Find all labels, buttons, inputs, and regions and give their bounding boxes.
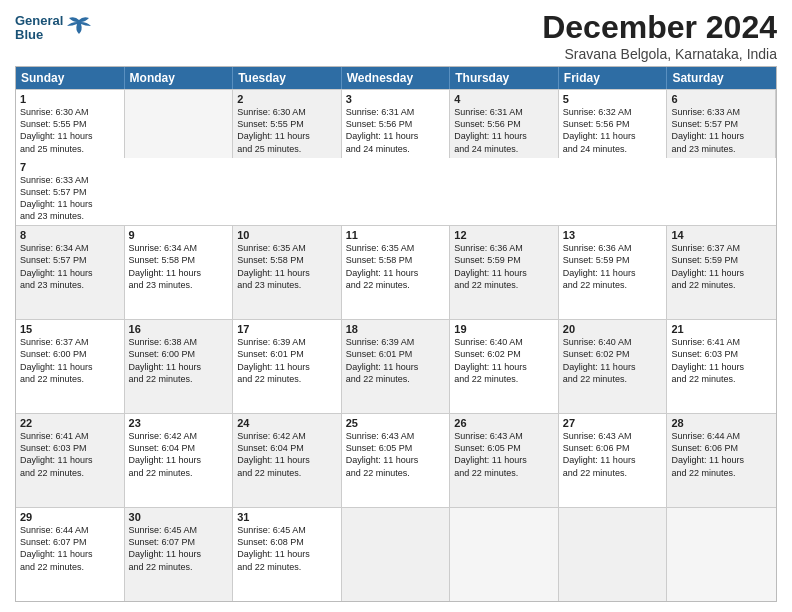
day-num-3: 3: [346, 93, 446, 105]
header-friday: Friday: [559, 67, 668, 89]
day-num-9: 9: [129, 229, 229, 241]
day-text-25: Sunrise: 6:43 AMSunset: 6:05 PMDaylight:…: [346, 431, 419, 477]
day-num-30: 30: [129, 511, 229, 523]
day-4: 4Sunrise: 6:31 AMSunset: 5:56 PMDaylight…: [450, 90, 559, 158]
day-25: 25Sunrise: 6:43 AMSunset: 6:05 PMDayligh…: [342, 414, 451, 507]
day-text-10: Sunrise: 6:35 AMSunset: 5:58 PMDaylight:…: [237, 243, 310, 289]
day-text-1: Sunrise: 6:30 AMSunset: 5:55 PMDaylight:…: [20, 107, 93, 153]
day-text-30: Sunrise: 6:45 AMSunset: 6:07 PMDaylight:…: [129, 525, 202, 571]
day-text-9: Sunrise: 6:34 AMSunset: 5:58 PMDaylight:…: [129, 243, 202, 289]
logo: General Blue: [15, 14, 93, 43]
day-num-6: 6: [671, 93, 771, 105]
day-num-24: 24: [237, 417, 337, 429]
day-num-1: 1: [20, 93, 120, 105]
week-2: 8Sunrise: 6:34 AMSunset: 5:57 PMDaylight…: [16, 225, 776, 319]
header: General Blue December 2024 Sravana Belgo…: [15, 10, 777, 62]
day-num-17: 17: [237, 323, 337, 335]
day-29: 29Sunrise: 6:44 AMSunset: 6:07 PMDayligh…: [16, 508, 125, 601]
day-text-21: Sunrise: 6:41 AMSunset: 6:03 PMDaylight:…: [671, 337, 744, 383]
day-num-10: 10: [237, 229, 337, 241]
day-text-8: Sunrise: 6:34 AMSunset: 5:57 PMDaylight:…: [20, 243, 93, 289]
day-2: 2Sunrise: 6:30 AMSunset: 5:55 PMDaylight…: [233, 90, 342, 158]
day-num-25: 25: [346, 417, 446, 429]
day-17: 17Sunrise: 6:39 AMSunset: 6:01 PMDayligh…: [233, 320, 342, 413]
day-text-11: Sunrise: 6:35 AMSunset: 5:58 PMDaylight:…: [346, 243, 419, 289]
empty-w4-6: [667, 508, 776, 601]
day-text-27: Sunrise: 6:43 AMSunset: 6:06 PMDaylight:…: [563, 431, 636, 477]
logo-bird-icon: [65, 16, 93, 40]
day-num-11: 11: [346, 229, 446, 241]
day-3: 3Sunrise: 6:31 AMSunset: 5:56 PMDaylight…: [342, 90, 451, 158]
day-text-31: Sunrise: 6:45 AMSunset: 6:08 PMDaylight:…: [237, 525, 310, 571]
logo-line2: Blue: [15, 28, 63, 42]
day-15: 15Sunrise: 6:37 AMSunset: 6:00 PMDayligh…: [16, 320, 125, 413]
day-5: 5Sunrise: 6:32 AMSunset: 5:56 PMDaylight…: [559, 90, 668, 158]
day-text-7: Sunrise: 6:33 AMSunset: 5:57 PMDaylight:…: [20, 175, 93, 221]
day-text-29: Sunrise: 6:44 AMSunset: 6:07 PMDaylight:…: [20, 525, 93, 571]
day-num-2: 2: [237, 93, 337, 105]
day-13: 13Sunrise: 6:36 AMSunset: 5:59 PMDayligh…: [559, 226, 668, 319]
day-26: 26Sunrise: 6:43 AMSunset: 6:05 PMDayligh…: [450, 414, 559, 507]
day-text-13: Sunrise: 6:36 AMSunset: 5:59 PMDaylight:…: [563, 243, 636, 289]
day-num-20: 20: [563, 323, 663, 335]
day-num-4: 4: [454, 93, 554, 105]
location: Sravana Belgola, Karnataka, India: [542, 46, 777, 62]
logo-line1: General: [15, 14, 63, 28]
day-21: 21Sunrise: 6:41 AMSunset: 6:03 PMDayligh…: [667, 320, 776, 413]
empty-w4-3: [342, 508, 451, 601]
header-monday: Monday: [125, 67, 234, 89]
day-text-17: Sunrise: 6:39 AMSunset: 6:01 PMDaylight:…: [237, 337, 310, 383]
day-num-7: 7: [20, 161, 121, 173]
day-num-16: 16: [129, 323, 229, 335]
week-1: 1Sunrise: 6:30 AMSunset: 5:55 PMDaylight…: [16, 89, 776, 225]
day-num-18: 18: [346, 323, 446, 335]
day-20: 20Sunrise: 6:40 AMSunset: 6:02 PMDayligh…: [559, 320, 668, 413]
day-num-27: 27: [563, 417, 663, 429]
day-text-15: Sunrise: 6:37 AMSunset: 6:00 PMDaylight:…: [20, 337, 93, 383]
day-text-22: Sunrise: 6:41 AMSunset: 6:03 PMDaylight:…: [20, 431, 93, 477]
day-text-16: Sunrise: 6:38 AMSunset: 6:00 PMDaylight:…: [129, 337, 202, 383]
day-num-31: 31: [237, 511, 337, 523]
day-num-22: 22: [20, 417, 120, 429]
week-5: 29Sunrise: 6:44 AMSunset: 6:07 PMDayligh…: [16, 507, 776, 601]
page: General Blue December 2024 Sravana Belgo…: [0, 0, 792, 612]
week-3: 15Sunrise: 6:37 AMSunset: 6:00 PMDayligh…: [16, 319, 776, 413]
day-text-3: Sunrise: 6:31 AMSunset: 5:56 PMDaylight:…: [346, 107, 419, 153]
day-text-6: Sunrise: 6:33 AMSunset: 5:57 PMDaylight:…: [671, 107, 744, 153]
day-6: 6Sunrise: 6:33 AMSunset: 5:57 PMDaylight…: [667, 90, 776, 158]
day-text-5: Sunrise: 6:32 AMSunset: 5:56 PMDaylight:…: [563, 107, 636, 153]
day-empty-0: [125, 90, 234, 158]
day-19: 19Sunrise: 6:40 AMSunset: 6:02 PMDayligh…: [450, 320, 559, 413]
day-num-14: 14: [671, 229, 772, 241]
day-23: 23Sunrise: 6:42 AMSunset: 6:04 PMDayligh…: [125, 414, 234, 507]
day-text-19: Sunrise: 6:40 AMSunset: 6:02 PMDaylight:…: [454, 337, 527, 383]
day-14: 14Sunrise: 6:37 AMSunset: 5:59 PMDayligh…: [667, 226, 776, 319]
title-section: December 2024 Sravana Belgola, Karnataka…: [542, 10, 777, 62]
day-num-5: 5: [563, 93, 663, 105]
header-saturday: Saturday: [667, 67, 776, 89]
day-27: 27Sunrise: 6:43 AMSunset: 6:06 PMDayligh…: [559, 414, 668, 507]
empty-w4-4: [450, 508, 559, 601]
calendar-body: 1Sunrise: 6:30 AMSunset: 5:55 PMDaylight…: [16, 89, 776, 601]
header-thursday: Thursday: [450, 67, 559, 89]
day-text-23: Sunrise: 6:42 AMSunset: 6:04 PMDaylight:…: [129, 431, 202, 477]
day-1: 1Sunrise: 6:30 AMSunset: 5:55 PMDaylight…: [16, 90, 125, 158]
day-24: 24Sunrise: 6:42 AMSunset: 6:04 PMDayligh…: [233, 414, 342, 507]
day-text-2: Sunrise: 6:30 AMSunset: 5:55 PMDaylight:…: [237, 107, 310, 153]
day-text-26: Sunrise: 6:43 AMSunset: 6:05 PMDaylight:…: [454, 431, 527, 477]
day-text-20: Sunrise: 6:40 AMSunset: 6:02 PMDaylight:…: [563, 337, 636, 383]
day-num-26: 26: [454, 417, 554, 429]
day-31: 31Sunrise: 6:45 AMSunset: 6:08 PMDayligh…: [233, 508, 342, 601]
day-30: 30Sunrise: 6:45 AMSunset: 6:07 PMDayligh…: [125, 508, 234, 601]
day-num-12: 12: [454, 229, 554, 241]
day-num-8: 8: [20, 229, 120, 241]
day-7: 7Sunrise: 6:33 AMSunset: 5:57 PMDaylight…: [16, 158, 125, 226]
day-num-29: 29: [20, 511, 120, 523]
month-title: December 2024: [542, 10, 777, 45]
day-text-28: Sunrise: 6:44 AMSunset: 6:06 PMDaylight:…: [671, 431, 744, 477]
header-wednesday: Wednesday: [342, 67, 451, 89]
day-8: 8Sunrise: 6:34 AMSunset: 5:57 PMDaylight…: [16, 226, 125, 319]
header-sunday: Sunday: [16, 67, 125, 89]
day-num-13: 13: [563, 229, 663, 241]
header-tuesday: Tuesday: [233, 67, 342, 89]
